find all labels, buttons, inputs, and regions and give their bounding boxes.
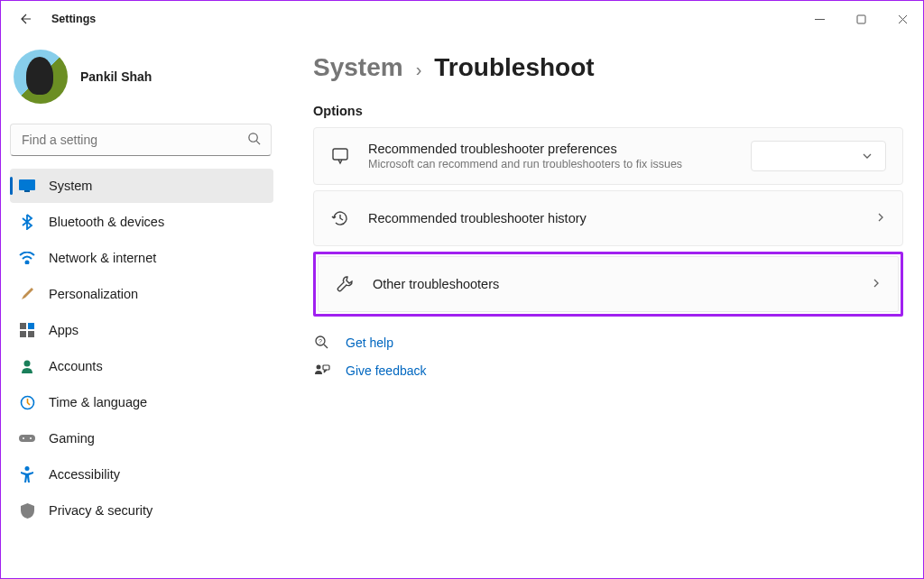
card-subtitle: Microsoft can recommend and run troubles…	[368, 158, 733, 170]
sidebar-item-label: Accounts	[49, 359, 103, 373]
shield-icon	[19, 502, 35, 519]
window-controls	[799, 2, 923, 36]
maximize-button[interactable]	[840, 2, 882, 36]
card-other-troubleshooters[interactable]: Other troubleshooters	[318, 256, 899, 312]
accessibility-icon	[19, 466, 35, 482]
svg-rect-7	[24, 190, 30, 192]
profile-block[interactable]: Pankil Shah	[6, 37, 277, 120]
close-button[interactable]	[882, 2, 923, 36]
brush-icon	[19, 286, 35, 302]
minimize-button[interactable]	[799, 2, 840, 36]
sidebar-item-label: Apps	[49, 323, 79, 337]
chat-icon	[330, 147, 350, 165]
arrow-left-icon	[17, 12, 32, 26]
sidebar-item-system[interactable]: System	[10, 169, 273, 203]
chevron-down-icon	[862, 151, 873, 161]
svg-point-22	[317, 365, 321, 370]
chevron-right-icon	[875, 210, 886, 226]
sidebar-item-label: Bluetooth & devices	[49, 215, 164, 229]
sidebar-item-privacy[interactable]: Privacy & security	[10, 493, 273, 528]
feedback-icon	[313, 363, 331, 378]
clock-icon	[19, 394, 35, 410]
highlight-box: Other troubleshooters	[313, 252, 903, 317]
breadcrumb: System › Troubleshoot	[313, 53, 903, 82]
sidebar-item-label: Network & internet	[49, 251, 156, 265]
svg-rect-10	[28, 323, 34, 329]
card-title: Other troubleshooters	[373, 277, 853, 291]
svg-rect-23	[323, 365, 329, 370]
monitor-icon	[19, 178, 35, 194]
svg-rect-19	[333, 149, 347, 160]
card-recommended-prefs: Recommended troubleshooter preferences M…	[313, 127, 903, 185]
avatar	[14, 50, 68, 104]
svg-point-17	[30, 437, 32, 439]
card-troubleshooter-history[interactable]: Recommended troubleshooter history	[313, 190, 903, 246]
link-label: Get help	[346, 335, 393, 350]
svg-point-18	[25, 466, 30, 471]
svg-point-13	[24, 361, 31, 367]
give-feedback-link[interactable]: Give feedback	[313, 363, 903, 378]
svg-rect-9	[20, 323, 26, 329]
recommended-prefs-dropdown[interactable]	[751, 141, 886, 171]
svg-rect-12	[28, 331, 34, 337]
wifi-icon	[19, 250, 35, 266]
card-title: Recommended troubleshooter preferences	[368, 142, 733, 156]
sidebar-item-label: Personalization	[49, 287, 138, 301]
breadcrumb-parent[interactable]: System	[313, 53, 403, 82]
search-input[interactable]	[10, 124, 272, 156]
bluetooth-icon	[19, 214, 35, 230]
card-title: Recommended troubleshooter history	[368, 211, 857, 225]
sidebar-item-label: Time & language	[49, 395, 147, 409]
sidebar-item-label: Gaming	[49, 431, 95, 446]
svg-line-5	[256, 141, 260, 144]
window-title: Settings	[51, 13, 96, 25]
person-icon	[19, 358, 35, 374]
sidebar-item-time-language[interactable]: Time & language	[10, 385, 273, 419]
minimize-icon	[815, 14, 825, 24]
breadcrumb-current: Troubleshoot	[434, 53, 594, 82]
sidebar-item-bluetooth[interactable]: Bluetooth & devices	[10, 205, 273, 239]
sidebar-item-gaming[interactable]: Gaming	[10, 421, 273, 455]
svg-rect-15	[19, 435, 35, 442]
svg-point-16	[23, 437, 24, 439]
close-icon	[898, 14, 908, 24]
profile-name: Pankil Shah	[80, 69, 152, 84]
sidebar-item-apps[interactable]: Apps	[10, 313, 273, 347]
svg-text:?: ?	[319, 338, 322, 345]
sidebar-item-accessibility[interactable]: Accessibility	[10, 457, 273, 492]
svg-point-4	[249, 133, 257, 142]
chevron-right-icon: ›	[416, 60, 422, 80]
search-icon	[247, 132, 261, 149]
sidebar: Pankil Shah System Bluetooth & devices N…	[1, 37, 282, 578]
apps-icon	[19, 322, 35, 338]
main-content: System › Troubleshoot Options Recommende…	[282, 37, 923, 578]
history-icon	[330, 209, 350, 227]
svg-rect-11	[20, 331, 26, 337]
maximize-icon	[856, 14, 866, 24]
section-label: Options	[313, 104, 903, 118]
sidebar-item-label: Privacy & security	[49, 503, 152, 518]
help-icon: ?	[313, 335, 331, 351]
sidebar-nav: System Bluetooth & devices Network & int…	[6, 169, 277, 528]
sidebar-item-label: System	[49, 179, 92, 193]
gamepad-icon	[19, 430, 35, 446]
chevron-right-icon	[871, 276, 882, 292]
sidebar-item-label: Accessibility	[49, 467, 120, 482]
sidebar-item-accounts[interactable]: Accounts	[10, 349, 273, 383]
sidebar-item-personalization[interactable]: Personalization	[10, 277, 273, 311]
svg-point-8	[26, 262, 29, 264]
link-label: Give feedback	[346, 363, 427, 378]
back-button[interactable]	[10, 5, 39, 33]
svg-rect-1	[857, 15, 865, 23]
get-help-link[interactable]: ? Get help	[313, 335, 903, 351]
wrench-icon	[335, 275, 355, 293]
svg-rect-6	[19, 179, 35, 190]
sidebar-item-network[interactable]: Network & internet	[10, 241, 273, 275]
